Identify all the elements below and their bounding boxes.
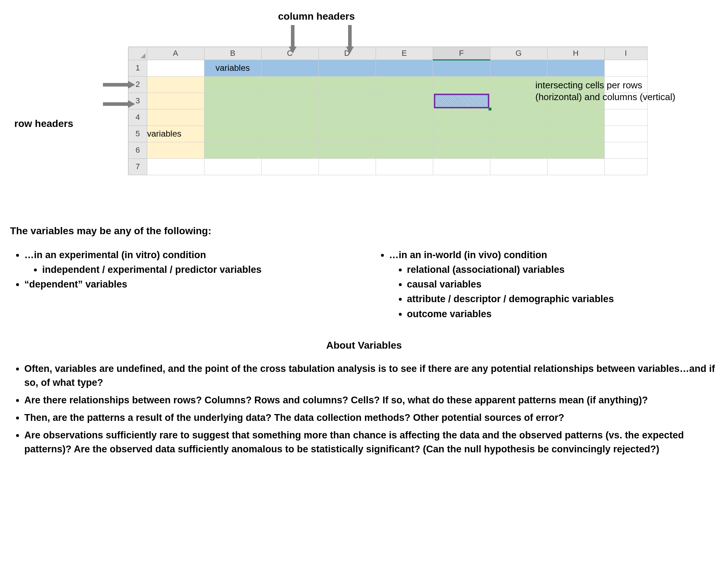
cell[interactable]	[261, 93, 318, 109]
cell[interactable]	[147, 109, 204, 126]
row-headers-label: row headers	[14, 118, 73, 129]
svg-marker-3	[346, 46, 354, 54]
section-title: About Variables	[10, 340, 718, 351]
list-item: outcome variables	[407, 307, 718, 321]
cell[interactable]	[318, 126, 376, 142]
selected-cell[interactable]	[433, 93, 490, 109]
cell[interactable]	[376, 158, 433, 175]
cell[interactable]: variables	[147, 126, 204, 142]
cell[interactable]	[147, 158, 204, 175]
cell[interactable]	[547, 109, 604, 126]
about-list: Often, variables are undefined, and the …	[10, 362, 718, 457]
cell[interactable]	[204, 93, 261, 109]
list-item: attribute / descriptor / demographic var…	[407, 292, 718, 306]
col-header-A[interactable]: A	[147, 47, 204, 60]
cell[interactable]	[604, 158, 647, 175]
cell[interactable]	[547, 126, 604, 142]
cell[interactable]	[376, 93, 433, 109]
row-header-6[interactable]: 6	[128, 142, 147, 158]
cell[interactable]	[376, 126, 433, 142]
list-item: …in an in-world (in vivo) condition rela…	[389, 248, 718, 321]
col-header-H[interactable]: H	[547, 47, 604, 60]
cell[interactable]	[204, 158, 261, 175]
cell[interactable]	[547, 60, 604, 76]
cell[interactable]	[261, 142, 318, 158]
cell[interactable]	[204, 76, 261, 93]
cell[interactable]	[433, 109, 490, 126]
variable-types: …in an experimental (in vitro) condition…	[10, 247, 718, 322]
cell[interactable]	[376, 76, 433, 93]
cell[interactable]	[604, 126, 647, 142]
list-item: relational (associational) variables	[407, 263, 718, 277]
arrow-right-icon	[103, 99, 135, 109]
list-item: causal variables	[407, 277, 718, 291]
fill-handle[interactable]	[489, 108, 491, 110]
cell[interactable]	[204, 126, 261, 142]
col-header-I[interactable]: I	[604, 47, 647, 60]
cell[interactable]	[433, 158, 490, 175]
cell[interactable]	[261, 126, 318, 142]
cell[interactable]	[318, 142, 376, 158]
col-header-G[interactable]: G	[490, 47, 547, 60]
row-header-7[interactable]: 7	[128, 158, 147, 175]
cell[interactable]	[547, 158, 604, 175]
cell[interactable]	[318, 93, 376, 109]
cell[interactable]	[490, 126, 547, 142]
cell[interactable]	[490, 109, 547, 126]
cell[interactable]	[318, 76, 376, 93]
cell[interactable]	[318, 109, 376, 126]
cell[interactable]	[261, 109, 318, 126]
column-headers-label: column headers	[278, 11, 355, 22]
cell[interactable]	[204, 142, 261, 158]
row-header-5[interactable]: 5	[128, 126, 147, 142]
list-item: Are observations sufficiently rare to su…	[24, 428, 718, 456]
row-header-1[interactable]: 1	[128, 60, 147, 76]
svg-marker-5	[128, 81, 135, 89]
cell[interactable]	[433, 142, 490, 158]
col-header-E[interactable]: E	[376, 47, 433, 60]
cell[interactable]	[147, 60, 204, 76]
col-header-F[interactable]: F	[433, 47, 490, 60]
intro-text: The variables may be any of the followin…	[10, 225, 718, 237]
arrow-down-icon	[288, 25, 297, 54]
cell[interactable]	[147, 142, 204, 158]
cell[interactable]	[490, 60, 547, 76]
cell[interactable]	[147, 93, 204, 109]
svg-marker-7	[128, 100, 135, 108]
cell[interactable]	[547, 142, 604, 158]
cell[interactable]	[261, 76, 318, 93]
cell[interactable]	[376, 60, 433, 76]
col-header-B[interactable]: B	[204, 47, 261, 60]
arrow-right-icon	[103, 80, 135, 89]
list-item: …in an experimental (in vitro) condition…	[24, 248, 353, 277]
arrow-down-icon	[345, 25, 355, 54]
list-item: Often, variables are undefined, and the …	[24, 362, 718, 390]
cell[interactable]	[261, 158, 318, 175]
intersecting-cells-label: intersecting cells per rows (horizontal)…	[535, 79, 689, 103]
cell[interactable]	[147, 76, 204, 93]
list-item: independent / experimental / predictor v…	[42, 263, 353, 277]
diagram: column headers row headers intersecting …	[10, 11, 718, 211]
cell[interactable]	[318, 60, 376, 76]
cell[interactable]	[376, 142, 433, 158]
cell[interactable]	[318, 158, 376, 175]
cell[interactable]	[490, 142, 547, 158]
list-item: Then, are the patterns a result of the u…	[24, 411, 718, 425]
cell[interactable]	[604, 109, 647, 126]
cell[interactable]	[490, 158, 547, 175]
cell[interactable]	[376, 109, 433, 126]
svg-marker-1	[289, 46, 297, 54]
list-item: Are there relationships between rows? Co…	[24, 393, 718, 407]
list-item: “dependent” variables	[24, 277, 353, 291]
cell[interactable]	[433, 126, 490, 142]
cell[interactable]	[261, 60, 318, 76]
cell[interactable]	[604, 60, 647, 76]
row-header-4[interactable]: 4	[128, 109, 147, 126]
cell[interactable]	[604, 142, 647, 158]
select-all-corner[interactable]	[128, 47, 147, 60]
cell[interactable]	[204, 109, 261, 126]
cell[interactable]	[433, 76, 490, 93]
cell[interactable]: variables	[204, 60, 261, 76]
cell[interactable]	[433, 60, 490, 76]
spreadsheet: A B C D E F G H I 1 variables 2	[128, 46, 648, 175]
